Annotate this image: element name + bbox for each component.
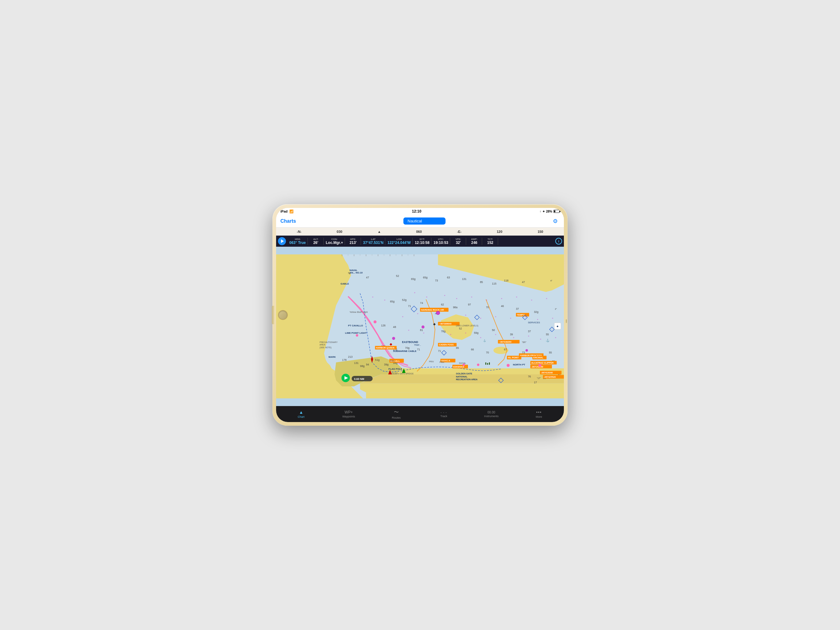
- settings-icon[interactable]: ⚙: [553, 218, 560, 225]
- vpe-value: 32': [456, 241, 461, 245]
- svg-text:×: ×: [417, 312, 418, 315]
- svg-text:×: ×: [486, 299, 488, 301]
- svg-text:×: ×: [471, 296, 472, 298]
- svg-text:46: 46: [501, 304, 504, 308]
- svg-text:×: ×: [525, 315, 526, 318]
- more-icon: •••: [536, 410, 542, 415]
- svg-text:Yellow Bluff Light: Yellow Bluff Light: [350, 311, 368, 313]
- svg-text:×: ×: [408, 329, 409, 332]
- tab-waypoints[interactable]: WP+ Waypoints: [325, 410, 373, 418]
- svg-text:EASTBOUND: EASTBOUND: [402, 341, 418, 343]
- svg-text:×: ×: [384, 299, 385, 301]
- vpe-label: VPE:: [455, 238, 461, 241]
- svg-text:PT CAVALLO: PT CAVALLO: [348, 324, 363, 327]
- svg-text:GABLE: GABLE: [341, 282, 349, 285]
- lat-instrument: LAT 37°47.531'N: [362, 238, 385, 245]
- svg-text:65g: 65g: [390, 300, 395, 303]
- svg-text:×: ×: [528, 335, 529, 337]
- svg-text:HARBOR QUEEN: HARBOR QUEEN: [376, 347, 395, 349]
- chart-icon: ▲: [299, 410, 303, 415]
- svg-text:39: 39: [510, 333, 513, 336]
- svg-text:70: 70: [486, 306, 489, 309]
- svg-text:131: 131: [354, 361, 359, 364]
- svg-text:17: 17: [534, 381, 537, 384]
- nav-title[interactable]: Charts: [280, 218, 296, 224]
- svg-text:51g: 51g: [375, 358, 380, 361]
- status-left: iPad 📶: [280, 209, 294, 214]
- svg-text:66: 66: [471, 348, 474, 351]
- svg-text:55: 55: [546, 333, 549, 336]
- svg-text:SERVICES: SERVICES: [528, 321, 540, 324]
- svg-text:52: 52: [396, 274, 399, 277]
- svg-text:×: ×: [426, 296, 428, 298]
- svg-text:TEMPO: TEMPO: [517, 313, 525, 316]
- svg-text:⬥: ⬥: [556, 324, 559, 328]
- svg-text:×: ×: [423, 332, 425, 334]
- waypoints-icon: WP+: [345, 410, 353, 414]
- nautical-chart[interactable]: 47 52 65g 65g 73 63 131 85 115 118 47 65…: [276, 247, 564, 406]
- info-button[interactable]: i: [555, 238, 562, 245]
- svg-text:98g: 98g: [360, 364, 365, 367]
- svg-text:5g: 5g: [348, 272, 351, 274]
- chart-type-segment: Nautical Sonar: [403, 217, 446, 225]
- lat-value: 37°47.531'N: [363, 241, 384, 245]
- svg-point-130: [436, 311, 440, 315]
- svg-text:213: 213: [348, 355, 353, 358]
- awp-label: AWP:: [471, 238, 477, 241]
- map-area[interactable]: 47 52 65g 65g 73 63 131 85 115 118 47 65…: [276, 247, 564, 406]
- awp-instrument: AWP: 246: [467, 238, 482, 245]
- hpe-label: HPE:: [350, 238, 356, 241]
- tab-routes[interactable]: 〜 Routes: [373, 409, 420, 419]
- lon-label: LON: [396, 238, 402, 241]
- compass-n: -N-: [297, 230, 301, 233]
- svg-text:SHOAL: SHOAL: [459, 362, 466, 364]
- alt-instrument: ALT: 26': [308, 238, 324, 245]
- svg-text:ENCINAL: ENCINAL: [534, 356, 543, 359]
- tab-more[interactable]: ••• More: [515, 410, 563, 418]
- svg-text:ESKENAS: ESKENAS: [453, 366, 464, 368]
- ipad-screen: iPad 📶 12:10 ↑ ✦ 28% Charts Nautical Son…: [276, 208, 564, 422]
- syt-label: SYT:: [419, 238, 425, 241]
- svg-text:LIME POINT LIGHT: LIME POINT LIGHT: [345, 332, 366, 334]
- svg-text:63: 63: [447, 276, 450, 279]
- svg-text:PRIV: PRIV: [390, 360, 395, 362]
- tab-track[interactable]: - - - Track: [420, 411, 467, 418]
- tab-chart[interactable]: ▲ Chart: [277, 410, 325, 418]
- svg-text:×: ×: [495, 333, 497, 336]
- nautical-tab[interactable]: Nautical: [403, 217, 426, 225]
- status-time: 12:10: [412, 209, 422, 214]
- svg-text:~367389640: ~367389640: [439, 322, 452, 325]
- tab-instruments[interactable]: 00.00 Instruments: [467, 411, 515, 418]
- svg-text:-367152240: -367152240: [531, 366, 543, 368]
- con-label: CON:: [331, 238, 337, 241]
- svg-text:115: 115: [492, 282, 497, 285]
- instruments-label: Instruments: [484, 415, 499, 418]
- svg-text:HARDING ROCK HR: HARDING ROCK HR: [421, 309, 444, 311]
- svg-point-128: [392, 337, 395, 340]
- svg-text:94: 94: [366, 363, 369, 366]
- svg-text:-367419340: -367419340: [541, 371, 553, 374]
- lon-instrument: LON 122°24.044'W: [386, 238, 413, 245]
- utc-label: UTC:: [438, 238, 444, 241]
- lon-value: 122°24.044'W: [387, 241, 411, 245]
- home-button[interactable]: [278, 310, 288, 320]
- svg-text:×: ×: [495, 315, 497, 318]
- sonar-tab[interactable]: Sonar: [426, 217, 445, 225]
- svg-text:SUBMARINE CABLE: SUBMARINE CABLE: [393, 350, 416, 353]
- svg-text:×: ×: [516, 296, 518, 298]
- play-button[interactable]: [278, 237, 286, 245]
- svg-text:ISL POINT: ISL POINT: [508, 356, 519, 359]
- compass-120: 120: [497, 230, 502, 233]
- svg-text:67: 67: [504, 348, 507, 351]
- svg-text:⚓: ⚓: [546, 339, 550, 342]
- vpe-instrument: VPE: 32': [451, 238, 466, 245]
- svg-text:73: 73: [435, 279, 438, 282]
- svg-text:GOLDEN GATE BRIDGE: GOLDEN GATE BRIDGE: [390, 372, 414, 375]
- status-bar: iPad 📶 12:10 ↑ ✦ 28%: [276, 208, 564, 215]
- svg-text:CADEN FOSS: CADEN FOSS: [439, 343, 453, 346]
- svg-text:×: ×: [546, 297, 548, 300]
- svg-text:(SEE NOTE): (SEE NOTE): [319, 347, 332, 349]
- svg-text:×: ×: [465, 332, 466, 334]
- svg-text:"17": "17": [537, 377, 541, 379]
- svg-text:×: ×: [552, 317, 553, 320]
